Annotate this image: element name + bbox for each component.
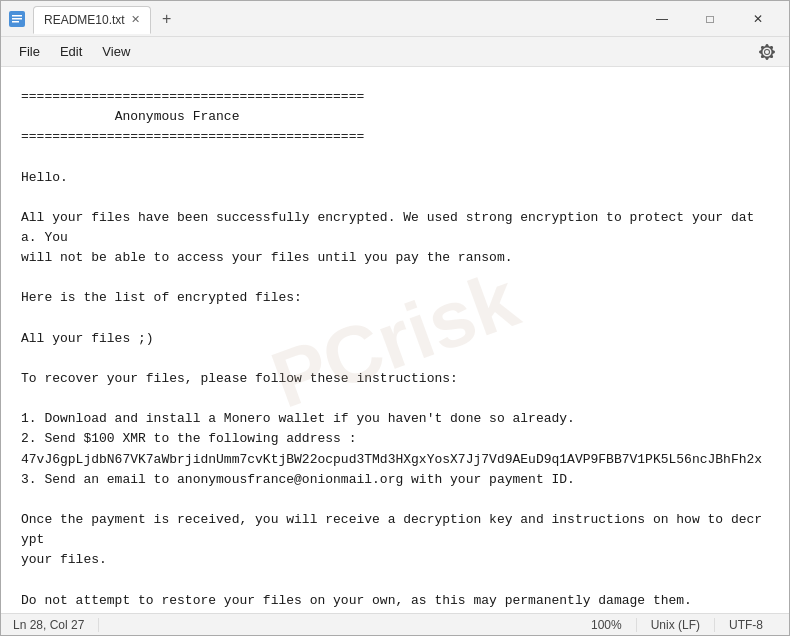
- cursor-position: Ln 28, Col 27: [13, 618, 99, 632]
- zoom-level: 100%: [577, 618, 637, 632]
- editor-content[interactable]: ========================================…: [21, 87, 769, 613]
- tab-close-button[interactable]: ✕: [131, 14, 140, 25]
- menu-bar: File Edit View: [1, 37, 789, 67]
- new-tab-button[interactable]: +: [155, 7, 179, 31]
- menu-file[interactable]: File: [9, 40, 50, 63]
- settings-button[interactable]: [753, 38, 781, 66]
- svg-rect-2: [12, 18, 22, 20]
- line-ending: Unix (LF): [637, 618, 715, 632]
- svg-rect-3: [12, 21, 19, 23]
- status-bar: Ln 28, Col 27 100% Unix (LF) UTF-8: [1, 613, 789, 635]
- active-tab[interactable]: README10.txt ✕: [33, 6, 151, 34]
- notepad-window: README10.txt ✕ + — □ ✕ File Edit View PC…: [0, 0, 790, 636]
- menu-edit[interactable]: Edit: [50, 40, 92, 63]
- tab-label: README10.txt: [44, 13, 125, 27]
- close-button[interactable]: ✕: [735, 3, 781, 35]
- menu-view[interactable]: View: [92, 40, 140, 63]
- editor-area[interactable]: PCrisk =================================…: [1, 67, 789, 613]
- svg-rect-1: [12, 15, 22, 17]
- title-bar: README10.txt ✕ + — □ ✕: [1, 1, 789, 37]
- encoding: UTF-8: [715, 618, 777, 632]
- window-controls: — □ ✕: [639, 3, 781, 35]
- minimize-button[interactable]: —: [639, 3, 685, 35]
- maximize-button[interactable]: □: [687, 3, 733, 35]
- app-icon: [9, 11, 25, 27]
